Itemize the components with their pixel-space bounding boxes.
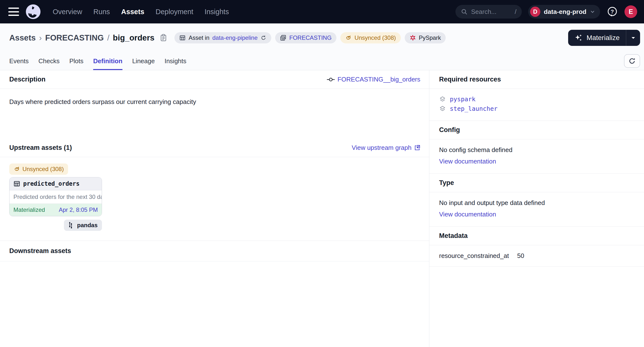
- resource-row-pyspark: pyspark: [439, 96, 634, 103]
- nav-item-insights[interactable]: Insights: [204, 8, 229, 16]
- resource-row-step-launcher: step_launcher: [439, 105, 634, 112]
- nav-items: Overview Runs Assets Deployment Insights: [53, 8, 229, 16]
- metadata-row: resource_constrained_at 50: [429, 245, 644, 267]
- definition-content: Description FORECASTING__big_orders Days…: [0, 70, 644, 347]
- user-avatar[interactable]: E: [624, 5, 637, 18]
- pyspark-icon: [410, 35, 416, 41]
- op-name-link[interactable]: FORECASTING__big_orders: [337, 76, 420, 83]
- resource-link-step-launcher[interactable]: step_launcher: [450, 105, 498, 112]
- unsynced-badge-icon: [14, 166, 20, 172]
- config-header: Config: [429, 121, 644, 139]
- reload-icon: [628, 57, 636, 65]
- view-upstream-graph-label: View upstream graph: [352, 144, 412, 152]
- tag-compute-kind-pyspark[interactable]: PySpark: [405, 32, 446, 44]
- tab-plots[interactable]: Plots: [69, 52, 84, 70]
- breadcrumb-separator: ›: [39, 33, 42, 42]
- metadata-title: Metadata: [439, 232, 468, 240]
- metadata-header: Metadata: [429, 227, 644, 245]
- svg-text:?: ?: [610, 8, 614, 15]
- asset-card-footer: Materialized Apr 2, 8:05 PM: [10, 204, 102, 216]
- breadcrumb-group[interactable]: FORECASTING: [45, 33, 104, 42]
- description-body: Days where predicted orders surpass our …: [0, 89, 429, 138]
- materialize-dropdown-button[interactable]: [626, 30, 640, 46]
- search-bar[interactable]: /: [456, 5, 522, 18]
- upstream-title: Upstream assets (1): [9, 144, 72, 152]
- search-input[interactable]: [471, 8, 511, 16]
- tab-insights[interactable]: Insights: [164, 52, 186, 70]
- config-empty-text: No config schema defined: [439, 146, 634, 154]
- nav-item-runs[interactable]: Runs: [94, 8, 110, 16]
- unsynced-badge-label: Unsynced (308): [22, 166, 64, 172]
- nav-item-overview[interactable]: Overview: [53, 8, 82, 16]
- required-resources-body: pyspark step_launcher: [429, 89, 644, 121]
- tag-asset-in-prefix: Asset in: [188, 34, 209, 41]
- copy-asset-name-icon[interactable]: [160, 34, 167, 42]
- breadcrumb-slash: /: [107, 33, 109, 42]
- breadcrumb: Assets › FORECASTING / big_orders: [9, 33, 167, 42]
- tag-unsynced[interactable]: Unsynced (308): [340, 32, 400, 44]
- top-nav: Overview Runs Assets Deployment Insights…: [0, 0, 644, 24]
- compute-kind-row: pandas: [9, 220, 102, 231]
- downstream-title: Downstream assets: [9, 247, 71, 255]
- type-view-documentation-link[interactable]: View documentation: [439, 210, 496, 218]
- materialized-timestamp-link[interactable]: Apr 2, 8:05 PM: [59, 206, 98, 213]
- upstream-asset-card[interactable]: predicted_orders Predicted orders for th…: [9, 177, 102, 216]
- definition-sidebar: Required resources pyspark step_launcher: [429, 70, 644, 347]
- materialize-button[interactable]: Materialize: [568, 30, 626, 46]
- workspace-label: data-eng-prod: [544, 8, 586, 16]
- tab-lineage[interactable]: Lineage: [132, 52, 155, 70]
- workspace-switcher[interactable]: D data-eng-prod: [528, 5, 600, 18]
- nav-item-deployment[interactable]: Deployment: [156, 8, 194, 16]
- tab-checks[interactable]: Checks: [38, 52, 60, 70]
- upstream-assets-body: Unsynced (308) predicted_orders Predicte…: [0, 157, 429, 241]
- type-header: Type: [429, 174, 644, 192]
- search-icon: [461, 8, 468, 15]
- description-title: Description: [9, 76, 46, 83]
- menu-icon[interactable]: [8, 8, 19, 16]
- upstream-asset-description: Predicted orders for the next 30 day...: [10, 190, 102, 204]
- type-body: No input and output type data defined Vi…: [429, 192, 644, 227]
- nav-item-assets[interactable]: Assets: [121, 8, 144, 16]
- required-resources-header: Required resources: [429, 70, 644, 89]
- op-link-row: FORECASTING__big_orders: [327, 76, 420, 83]
- tag-group-forecasting[interactable]: FORECASTING: [275, 32, 336, 44]
- pandas-kind-pill[interactable]: pandas: [64, 220, 102, 231]
- help-icon[interactable]: ?: [606, 6, 618, 18]
- materialized-status: Materialized: [14, 206, 45, 213]
- tag-pyspark-label: PySpark: [419, 34, 441, 41]
- table-icon: [14, 180, 20, 187]
- asset-group-icon: [280, 35, 286, 41]
- tab-events[interactable]: Events: [9, 52, 29, 70]
- sparkles-icon: [574, 34, 583, 42]
- breadcrumb-assets[interactable]: Assets: [9, 33, 36, 42]
- metadata-key: resource_constrained_at: [439, 252, 517, 260]
- asset-title: big_orders: [113, 33, 155, 42]
- upstream-section-header: Upstream assets (1) View upstream graph: [0, 138, 429, 157]
- required-resources-title: Required resources: [439, 76, 501, 83]
- reload-button[interactable]: [624, 54, 640, 68]
- config-body: No config schema defined View documentat…: [429, 139, 644, 174]
- dagster-app: Overview Runs Assets Deployment Insights…: [0, 0, 644, 347]
- downstream-section-header: Downstream assets: [0, 241, 429, 261]
- chevron-down-icon: [590, 9, 595, 14]
- pandas-icon: [68, 222, 74, 229]
- tag-unsynced-label: Unsynced (308): [354, 34, 396, 41]
- dagster-logo-icon[interactable]: [25, 4, 41, 20]
- view-upstream-graph-link[interactable]: View upstream graph: [352, 144, 420, 152]
- config-title: Config: [439, 126, 460, 134]
- tag-group-label: FORECASTING: [289, 34, 332, 41]
- external-link-icon: [414, 145, 420, 151]
- config-view-documentation-link[interactable]: View documentation: [439, 158, 496, 165]
- unsynced-badge[interactable]: Unsynced (308): [9, 164, 68, 175]
- upstream-asset-name: predicted_orders: [23, 180, 80, 187]
- search-shortcut-hint: /: [515, 8, 516, 16]
- pipeline-link[interactable]: data-eng-pipeline: [212, 34, 258, 41]
- type-title: Type: [439, 179, 454, 187]
- resource-link-pyspark[interactable]: pyspark: [450, 96, 476, 103]
- unsynced-icon: [345, 35, 352, 41]
- op-icon: [327, 76, 335, 82]
- materialize-label: Materialize: [587, 34, 620, 42]
- tab-definition[interactable]: Definition: [93, 52, 122, 70]
- tag-asset-in-job[interactable]: Asset in data-eng-pipeline: [174, 32, 271, 44]
- refresh-pipeline-icon[interactable]: [260, 35, 266, 41]
